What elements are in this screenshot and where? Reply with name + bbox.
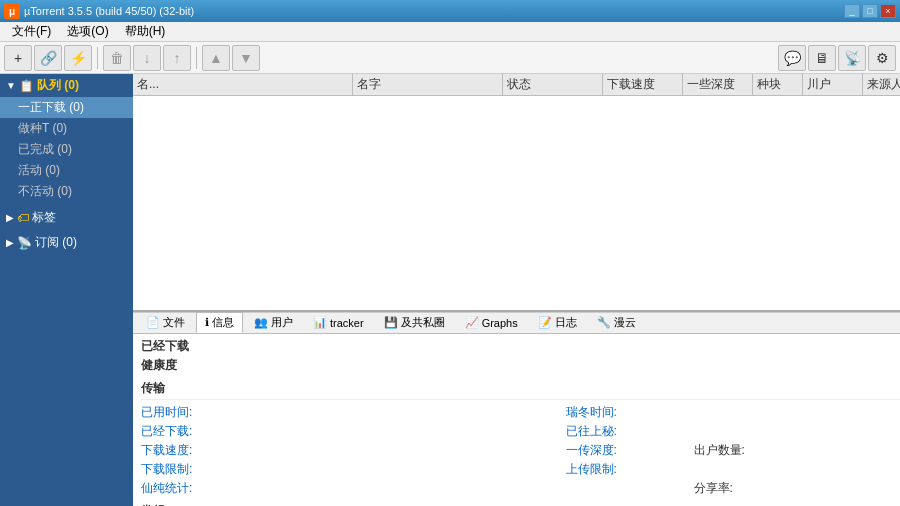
sidebar-section-rss[interactable]: ▶ 📡 订阅 (0) [0, 231, 133, 254]
table-body [133, 96, 900, 310]
value-dl-speed [269, 442, 558, 459]
add-link-button[interactable]: 🔗 [34, 45, 62, 71]
col-upload[interactable]: 一些深度 [683, 74, 753, 95]
minimize-button[interactable]: _ [844, 4, 860, 18]
col-progress[interactable]: 状态 [503, 74, 603, 95]
titlebar-left: μ µTorrent 3.5.5 (build 45/50) (32-bit) [4, 3, 194, 19]
menu-options[interactable]: 选项(O) [59, 22, 116, 41]
tab-log[interactable]: 📝 日志 [529, 312, 586, 333]
tags-icon: 🏷 [17, 211, 29, 225]
main-layout: ▼ 📋 队列 (0) 一正下载 (0) 做种T (0) 已完成 (0) 活动 (… [0, 74, 900, 506]
detail-download-title: 已经下载 [141, 338, 900, 355]
rss-icon: 📡 [17, 236, 32, 250]
label-ul-speed: 一传深度: [566, 442, 686, 459]
detail-transfer-section: 传输 [141, 380, 900, 400]
label-dl-speed: 下载速度: [141, 442, 261, 459]
label-ul-limit: 上传限制: [566, 461, 686, 478]
sidebar-section-queue[interactable]: ▼ 📋 队列 (0) [0, 74, 133, 97]
table-header: 名... 名字 状态 下载速度 一些深度 种块 川户 来源人小 添加时间 [133, 74, 900, 96]
sidebar-item-inactive[interactable]: 不活动 (0) [0, 181, 133, 202]
toolbar-sep-1 [97, 47, 98, 69]
rss-arrow-icon: ▶ [6, 237, 14, 248]
label-share-ratio [566, 480, 686, 497]
menu-help[interactable]: 帮助(H) [117, 22, 174, 41]
files-tab-label: 文件 [163, 315, 185, 330]
advanced-tab-icon: 🔧 [597, 316, 611, 329]
move-up-button[interactable]: ▲ [202, 45, 230, 71]
sidebar-item-all[interactable]: 一正下载 (0) [0, 97, 133, 118]
tab-graphs[interactable]: 📈 Graphs [456, 313, 527, 332]
toolbar: + 🔗 ⚡ 🗑 ↓ ↑ ▲ ▼ 💬 🖥 📡 ⚙ [0, 42, 900, 74]
col-seeds[interactable]: 来源人小 [863, 74, 900, 95]
sidebar-item-completed[interactable]: 已完成 (0) [0, 139, 133, 160]
value-remain-time [694, 404, 901, 421]
label-dl-limit: 下载限制: [141, 461, 261, 478]
tab-peers[interactable]: 👥 用户 [245, 312, 302, 333]
value-share-ratio: 分享率: [694, 480, 901, 497]
tracker-tab-label: tracker [330, 317, 364, 329]
remove-button[interactable]: 🗑 [103, 45, 131, 71]
monitor-button[interactable]: 🖥 [808, 45, 836, 71]
label-uploaded: 已往上秘: [566, 423, 686, 440]
col-ratio[interactable]: 种块 [753, 74, 803, 95]
content-area: 名... 名字 状态 下载速度 一些深度 种块 川户 来源人小 添加时间 📄 文… [133, 74, 900, 506]
label-downloaded: 已经下载: [141, 423, 261, 440]
all-down-label: 一正下载 (0) [18, 100, 84, 114]
col-download[interactable]: 下载速度 [603, 74, 683, 95]
seeding-label: 做种T (0) [18, 121, 67, 135]
sidebar-section-tags[interactable]: ▶ 🏷 标签 [0, 206, 133, 229]
menu-file[interactable]: 文件(F) [4, 22, 59, 41]
label-remain-time: 瑞冬时间: [566, 404, 686, 421]
upload-button[interactable]: ↑ [163, 45, 191, 71]
bottom-section: 📄 文件 ℹ 信息 👥 用户 📊 tracker 💾 及共私圈 [133, 312, 900, 506]
download-button[interactable]: ↓ [133, 45, 161, 71]
active-label: 活动 (0) [18, 163, 60, 177]
rss-label: 订阅 (0) [35, 234, 77, 251]
detail-general-section: 常规 [141, 503, 900, 506]
value-total-stat [269, 480, 558, 497]
files-tab-icon: 📄 [146, 316, 160, 329]
queue-label: 队列 (0) [37, 77, 79, 94]
graphs-tab-label: Graphs [482, 317, 518, 329]
value-dl-limit [269, 461, 558, 478]
maximize-button[interactable]: □ [862, 4, 878, 18]
col-status[interactable]: 名字 [353, 74, 503, 95]
tags-arrow-icon: ▶ [6, 212, 14, 223]
menubar: 文件(F) 选项(O) 帮助(H) [0, 22, 900, 42]
info-tab-icon: ℹ [205, 316, 209, 329]
add-torrent-button[interactable]: + [4, 45, 32, 71]
tab-cache[interactable]: 💾 及共私圈 [375, 312, 454, 333]
settings-button[interactable]: ⚙ [868, 45, 896, 71]
move-down-button[interactable]: ▼ [232, 45, 260, 71]
cache-tab-label: 及共私圈 [401, 315, 445, 330]
chat-button[interactable]: 💬 [778, 45, 806, 71]
titlebar-title: µTorrent 3.5.5 (build 45/50) (32-bit) [24, 5, 194, 17]
sidebar: ▼ 📋 队列 (0) 一正下载 (0) 做种T (0) 已完成 (0) 活动 (… [0, 74, 133, 506]
bottom-detail: 已经下载 健康度 传输 已用时间: 瑞冬时间: 已经下载: 已往上秘: 下载速度… [133, 334, 900, 506]
tab-advanced[interactable]: 🔧 漫云 [588, 312, 645, 333]
sidebar-item-active[interactable]: 活动 (0) [0, 160, 133, 181]
inactive-label: 不活动 (0) [18, 184, 72, 198]
col-peers[interactable]: 川户 [803, 74, 863, 95]
close-button[interactable]: × [880, 4, 896, 18]
label-used-time: 已用时间: [141, 404, 261, 421]
detail-transfer-grid: 已用时间: 瑞冬时间: 已经下载: 已往上秘: 下载速度: 一传深度: 出户数量… [141, 404, 900, 497]
value-ul-limit [694, 461, 901, 478]
peers-tab-icon: 👥 [254, 316, 268, 329]
tab-files[interactable]: 📄 文件 [137, 312, 194, 333]
titlebar-controls: _ □ × [844, 4, 896, 18]
tab-info[interactable]: ℹ 信息 [196, 312, 243, 333]
bottom-tabs: 📄 文件 ℹ 信息 👥 用户 📊 tracker 💾 及共私圈 [133, 312, 900, 334]
value-downloaded [269, 423, 558, 440]
value-ul-speed: 出户数量: [694, 442, 901, 459]
col-name[interactable]: 名... [133, 74, 353, 95]
tab-tracker[interactable]: 📊 tracker [304, 313, 373, 332]
cache-tab-icon: 💾 [384, 316, 398, 329]
add-magnet-button[interactable]: ⚡ [64, 45, 92, 71]
remote-button[interactable]: 📡 [838, 45, 866, 71]
advanced-tab-label: 漫云 [614, 315, 636, 330]
log-tab-label: 日志 [555, 315, 577, 330]
torrent-table-area: 名... 名字 状态 下载速度 一些深度 种块 川户 来源人小 添加时间 [133, 74, 900, 312]
sidebar-item-seeding[interactable]: 做种T (0) [0, 118, 133, 139]
app-icon: μ [4, 3, 20, 19]
